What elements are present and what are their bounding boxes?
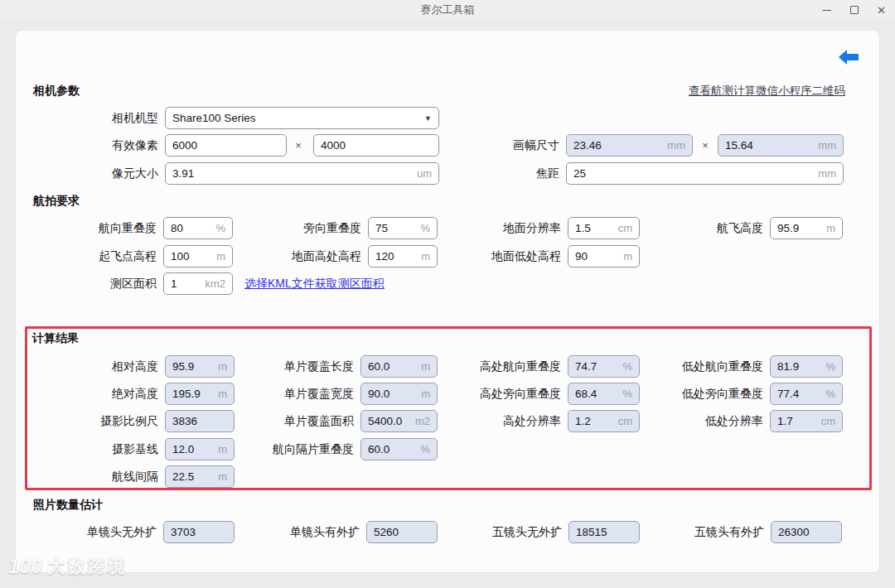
field-high-side-overlap: 高处旁向重叠度 68.4 % — [568, 383, 640, 405]
flightline-spacing-label: 航线间隔 — [112, 465, 158, 488]
qr-code-link[interactable]: 查看航测计算微信小程序二维码 — [689, 84, 845, 99]
side-overlap-label: 旁向重叠度 — [303, 217, 361, 239]
field-ground-low-elevation: 地面低处高程 90 m — [568, 245, 640, 267]
low-side-overlap-output: 77.4 % — [770, 383, 843, 405]
field-single-coverage-width: 单片覆盖宽度 90.0 m — [360, 383, 438, 405]
low-forward-overlap-output: 81.9 % — [770, 355, 843, 378]
effective-pixels-height-input[interactable]: 4000 — [313, 134, 439, 157]
ground-high-elevation-input[interactable]: 120 m — [368, 245, 438, 267]
field-photo-scale: 摄影比例尺 3836 — [165, 410, 235, 432]
section-camera-params: 相机参数 — [33, 84, 80, 99]
takeoff-elevation-label: 起飞点高程 — [99, 245, 157, 267]
flightline-spacing-output: 22.5 m — [165, 465, 235, 488]
relative-altitude-output: 95.9 m — [165, 355, 235, 378]
high-forward-overlap-label: 高处航向重叠度 — [480, 355, 561, 378]
forward-overlap-label: 航向重叠度 — [99, 217, 157, 239]
survey-area-label: 测区面积 — [110, 272, 157, 295]
low-side-overlap-label: 低处旁向重叠度 — [682, 383, 763, 405]
flight-altitude-input[interactable]: 95.9 m — [770, 217, 843, 239]
pixel-size-input[interactable]: 3.91 um — [165, 162, 439, 185]
frame-height-output: 15.64 mm — [718, 134, 844, 157]
forward-overlap-input[interactable]: 80 % — [163, 217, 233, 239]
field-five-lens-no-expand: 五镜头无外扩 18515 — [568, 521, 640, 543]
single-coverage-length-output: 60.0 m — [360, 355, 438, 378]
frame-width-output: 23.46 mm — [566, 134, 693, 157]
high-resolution-label: 高处分辨率 — [503, 410, 561, 432]
field-low-side-overlap: 低处旁向重叠度 77.4 % — [770, 383, 843, 405]
field-ground-high-elevation: 地面高处高程 120 m — [368, 245, 438, 267]
absolute-altitude-output: 195.9 m — [165, 383, 235, 405]
field-ground-resolution: 地面分辨率 1.5 cm — [568, 217, 640, 239]
field-effective-pixels-width: 有效像素 6000 — [165, 134, 287, 157]
field-forward-skip-overlap: 航向隔片重叠度 60.0 % — [360, 438, 438, 460]
window-controls: ✕ — [813, 0, 895, 20]
ground-low-elevation-input[interactable]: 90 m — [568, 245, 640, 267]
close-button[interactable]: ✕ — [868, 0, 895, 20]
field-focal-length: 焦距 25 mm — [566, 162, 844, 185]
back-button[interactable] — [839, 50, 859, 65]
maximize-button[interactable] — [840, 0, 868, 20]
five-lens-no-expand-label: 五镜头无外扩 — [492, 521, 562, 543]
minimize-icon — [822, 10, 831, 11]
single-coverage-width-label: 单片覆盖宽度 — [284, 383, 354, 405]
high-side-overlap-output: 68.4 % — [568, 383, 640, 405]
field-effective-pixels-height: 4000 — [313, 134, 439, 157]
titlebar: 赛尔工具箱 ✕ — [0, 0, 895, 20]
field-single-lens-expand: 单镜头有外扩 5260 — [366, 521, 438, 543]
camera-model-select[interactable]: Share100 Series ▼ — [165, 107, 439, 129]
field-survey-area: 测区面积 1 km2 — [163, 272, 233, 295]
field-flight-altitude: 航飞高度 95.9 m — [770, 217, 843, 239]
ground-resolution-input[interactable]: 1.5 cm — [568, 217, 640, 239]
field-side-overlap: 旁向重叠度 75 % — [368, 217, 438, 239]
section-aerial-requirements: 航拍要求 — [33, 194, 80, 209]
single-coverage-area-label: 单片覆盖面积 — [284, 410, 354, 432]
field-single-coverage-area: 单片覆盖面积 5400.0 m2 — [360, 410, 438, 432]
section-photo-estimate: 照片数量估计 — [33, 498, 103, 513]
single-coverage-area-output: 5400.0 m2 — [360, 410, 438, 432]
effective-pixels-width-input[interactable]: 6000 — [165, 134, 287, 157]
forward-skip-overlap-label: 航向隔片重叠度 — [273, 438, 354, 460]
back-arrow-icon — [839, 50, 859, 65]
five-lens-expand-output: 26300 — [771, 521, 842, 543]
field-camera-model: 相机机型 Share100 Series ▼ — [165, 107, 439, 129]
field-five-lens-expand: 五镜头有外扩 26300 — [771, 521, 842, 543]
photo-scale-label: 摄影比例尺 — [100, 410, 158, 432]
field-single-lens-no-expand: 单镜头无外扩 3703 — [163, 521, 235, 543]
field-absolute-altitude: 绝对高度 195.9 m — [165, 383, 235, 405]
minimize-button[interactable] — [813, 0, 840, 20]
pixel-size-label: 像元大小 — [112, 162, 158, 185]
single-lens-expand-output: 5260 — [366, 521, 438, 543]
camera-model-label: 相机机型 — [112, 107, 158, 129]
five-lens-no-expand-output: 18515 — [568, 521, 640, 543]
field-forward-overlap: 航向重叠度 80 % — [163, 217, 233, 239]
field-frame-height: 15.64 mm — [718, 134, 844, 157]
kml-file-link[interactable]: 选择KML文件获取测区面积 — [244, 277, 385, 292]
single-coverage-width-output: 90.0 m — [360, 383, 438, 405]
focal-length-label: 焦距 — [536, 162, 559, 185]
survey-area-input[interactable]: 1 km2 — [163, 272, 233, 295]
field-low-forward-overlap: 低处航向重叠度 81.9 % — [770, 355, 843, 378]
takeoff-elevation-input[interactable]: 100 m — [163, 245, 233, 267]
ground-high-elevation-label: 地面高处高程 — [292, 245, 361, 267]
maximize-icon — [850, 6, 859, 14]
frame-times-separator: × — [699, 139, 711, 152]
field-low-resolution: 低处分辨率 1.7 cm — [770, 410, 843, 432]
photo-scale-output: 3836 — [165, 410, 235, 432]
field-relative-altitude: 相对高度 95.9 m — [165, 355, 235, 378]
field-pixel-size: 像元大小 3.91 um — [165, 162, 439, 185]
pixels-times-separator: × — [293, 139, 304, 152]
side-overlap-input[interactable]: 75 % — [368, 217, 438, 239]
forward-skip-overlap-output: 60.0 % — [360, 438, 438, 460]
frame-size-label: 画幅尺寸 — [513, 134, 559, 157]
single-lens-expand-label: 单镜头有外扩 — [290, 521, 360, 543]
relative-altitude-label: 相对高度 — [112, 355, 158, 378]
focal-length-input[interactable]: 25 mm — [566, 162, 844, 185]
section-calc-results: 计算结果 — [32, 331, 79, 346]
saier-toolbox-window: { "window": { "title": "赛尔工具箱" }, "icons… — [0, 0, 895, 588]
absolute-altitude-label: 绝对高度 — [112, 383, 158, 405]
field-photo-baseline: 摄影基线 12.0 m — [165, 438, 235, 460]
field-takeoff-elevation: 起飞点高程 100 m — [163, 245, 233, 267]
low-resolution-output: 1.7 cm — [770, 410, 843, 432]
field-high-forward-overlap: 高处航向重叠度 74.7 % — [568, 355, 640, 378]
single-lens-no-expand-label: 单镜头无外扩 — [87, 521, 157, 543]
